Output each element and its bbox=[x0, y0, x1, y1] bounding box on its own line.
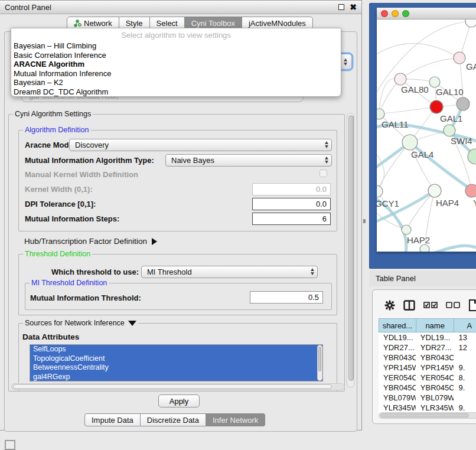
columns-icon[interactable] bbox=[403, 300, 415, 311]
table-cell: 9. bbox=[454, 403, 476, 413]
data-attribute-item[interactable]: TopologicalCoefficient bbox=[30, 354, 322, 364]
tab-label: Cyni Toolbox bbox=[191, 19, 235, 28]
network-node[interactable] bbox=[457, 97, 470, 110]
network-node-label: GAL80 bbox=[401, 84, 429, 94]
network-node-label: HAP2 bbox=[407, 235, 430, 245]
settings-vertical-scrollbar[interactable] bbox=[347, 113, 354, 387]
combo-stepper-icon bbox=[325, 156, 328, 164]
algorithm-option[interactable]: ARACNE Algorithm bbox=[11, 60, 341, 69]
network-node[interactable] bbox=[377, 109, 384, 119]
stepper-down-icon bbox=[344, 63, 347, 66]
table-toolbar bbox=[373, 295, 476, 316]
network-node[interactable] bbox=[428, 184, 441, 197]
which-threshold-combo[interactable]: MI Threshold bbox=[141, 266, 318, 278]
close-icon[interactable]: ✖ bbox=[350, 4, 357, 10]
network-node[interactable] bbox=[454, 52, 465, 64]
data-attribute-item[interactable]: BetweennessCentrality bbox=[30, 363, 322, 373]
mac-minimize-icon[interactable] bbox=[392, 10, 399, 17]
network-node[interactable] bbox=[402, 225, 411, 234]
table-cell: YBR045C bbox=[416, 383, 454, 393]
mac-zoom-icon[interactable] bbox=[402, 10, 409, 17]
network-view-frame[interactable]: GALGAL80GAL10GAL1GAL11SWI4GAL4GCY1HAP4YH… bbox=[369, 3, 476, 269]
network-window-titlebar bbox=[377, 8, 476, 19]
table-row[interactable]: YPR145WYPR145W9. bbox=[379, 363, 476, 373]
algorithm-option[interactable]: Basic Correlation Inference bbox=[11, 51, 341, 60]
mi-algorithm-type-label: Mutual Information Algorithm Type: bbox=[25, 156, 154, 165]
apply-button[interactable]: Apply bbox=[158, 394, 200, 407]
sources-group-title[interactable]: Sources for Network Inference bbox=[23, 319, 138, 327]
hub-definition-toggle[interactable]: Hub/Transcription Factor Definition bbox=[24, 237, 157, 246]
collapse-down-icon bbox=[128, 321, 136, 326]
minimized-panel-icon[interactable] bbox=[5, 440, 15, 450]
algorithm-option[interactable]: Bayesian – K2 bbox=[11, 78, 341, 87]
select-all-icon[interactable] bbox=[423, 302, 438, 309]
table-column-header[interactable]: name bbox=[416, 318, 454, 332]
float-panel-icon[interactable] bbox=[338, 4, 344, 10]
dpi-tolerance-input[interactable]: 0.0 bbox=[252, 198, 331, 210]
network-node[interactable] bbox=[465, 19, 476, 27]
mi-threshold-input[interactable]: 0.5 bbox=[250, 291, 323, 304]
tab-infer-network[interactable]: Infer Network bbox=[206, 413, 265, 426]
stepper-up-icon bbox=[344, 58, 347, 61]
aracne-mode-label: Aracne Mode: bbox=[25, 141, 76, 149]
table-row[interactable]: YBL079WYBL079W bbox=[379, 393, 476, 403]
aracne-mode-combo[interactable]: Discovery bbox=[69, 139, 332, 151]
tab-discretize-data[interactable]: Discretize Data bbox=[141, 413, 206, 426]
which-threshold-label: Which threshold to use: bbox=[51, 268, 139, 276]
table-body: YDL19...YDL19...13YDR27...YDR27...12YBR0… bbox=[379, 332, 476, 414]
network-view-window: GALGAL80GAL10GAL1GAL11SWI4GAL4GCY1HAP4YH… bbox=[377, 8, 476, 252]
table-row[interactable]: YER054CYER054C8. bbox=[379, 373, 476, 383]
table-row[interactable]: YLR345WYLR345W9. bbox=[379, 403, 476, 413]
tab-impute-data[interactable]: Impute Data bbox=[84, 413, 141, 426]
data-attribute-item[interactable]: gal4RGexp bbox=[30, 373, 322, 382]
table-row[interactable]: YDR27...YDR27...12 bbox=[379, 343, 476, 353]
algorithm-option[interactable]: Mutual Information Inference bbox=[11, 69, 341, 79]
list-vertical-scrollbar[interactable] bbox=[317, 345, 322, 381]
tab-label: Network bbox=[84, 19, 112, 28]
mi-threshold-label: Mutual Information Threshold: bbox=[30, 294, 141, 302]
manual-kernel-label: Manual Kernel Width Definition bbox=[25, 170, 138, 179]
manual-kernel-checkbox[interactable] bbox=[319, 169, 327, 177]
table-row[interactable]: YDL19...YDL19...13 bbox=[379, 332, 476, 343]
algorithm-option[interactable]: Bayesian – Hill Climbing bbox=[11, 41, 341, 51]
mi-steps-input[interactable]: 6 bbox=[252, 213, 331, 225]
panel-splitter-handle[interactable] bbox=[363, 219, 366, 223]
network-node[interactable] bbox=[402, 135, 418, 150]
table-panel-titlebar: Table Panel bbox=[369, 270, 476, 286]
table-cell: YLR345W bbox=[379, 403, 416, 413]
mi-algorithm-type-combo[interactable]: Naive Bayes bbox=[165, 154, 332, 167]
deselect-all-icon[interactable] bbox=[446, 302, 460, 309]
file-icon[interactable] bbox=[468, 299, 476, 311]
table-row[interactable]: YBR043CYBR043C bbox=[379, 353, 476, 363]
expand-right-icon bbox=[152, 238, 157, 245]
network-node-label: HAP4 bbox=[436, 198, 459, 208]
network-node[interactable] bbox=[377, 185, 383, 197]
algorithm-option[interactable]: Dream8 DC_TDC Algorithm bbox=[11, 87, 341, 97]
network-node[interactable] bbox=[429, 77, 440, 87]
gear-icon[interactable] bbox=[384, 300, 395, 311]
mi-threshold-value: 0.5 bbox=[308, 293, 319, 302]
combo-stepper-icon bbox=[311, 268, 314, 275]
network-node-label: Y bbox=[473, 198, 476, 208]
data-attributes-list[interactable]: SelfLoopsTopologicalCoefficientBetweenne… bbox=[30, 344, 323, 381]
table-row[interactable]: YBR045CYBR045C9. bbox=[379, 383, 476, 393]
kernel-width-input[interactable]: 0.0 bbox=[252, 183, 331, 195]
network-canvas[interactable]: GALGAL80GAL10GAL1GAL11SWI4GAL4GCY1HAP4YH… bbox=[377, 19, 476, 252]
network-node[interactable] bbox=[420, 244, 429, 252]
data-attribute-item[interactable]: SelfLoops bbox=[30, 345, 322, 354]
table-column-header[interactable]: shared... bbox=[379, 318, 416, 332]
table-column-header[interactable]: A bbox=[454, 318, 476, 332]
table-horizontal-scrollbar[interactable] bbox=[379, 412, 476, 419]
table-cell bbox=[454, 353, 476, 363]
table-cell: 12 bbox=[454, 343, 476, 353]
network-node[interactable] bbox=[395, 73, 406, 85]
mi-steps-label: Mutual Information Steps: bbox=[25, 214, 119, 223]
settings-horizontal-scrollbar[interactable] bbox=[11, 383, 345, 390]
network-node[interactable] bbox=[430, 100, 443, 113]
table-cell: 8. bbox=[454, 373, 476, 383]
which-threshold-value: MI Threshold bbox=[147, 268, 192, 276]
network-node[interactable] bbox=[465, 184, 476, 197]
tab-label: jActiveMNodules bbox=[249, 19, 306, 28]
network-node[interactable] bbox=[444, 125, 455, 136]
mac-close-icon[interactable] bbox=[381, 10, 388, 17]
